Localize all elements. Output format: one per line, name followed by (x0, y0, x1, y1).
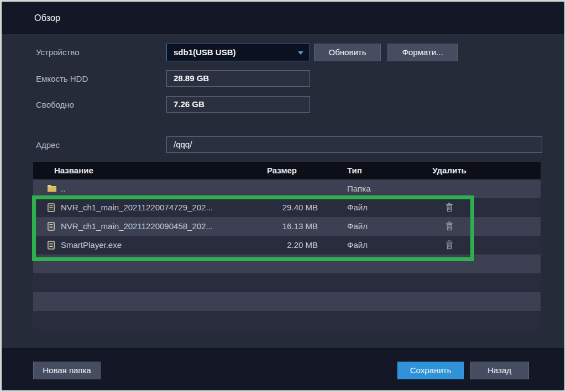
table-row-parent-dir[interactable]: .. Папка (33, 179, 541, 198)
file-table-body: .. Папка NVR_ch1_main_20211220074729_202… (33, 179, 541, 330)
file-type: Файл (347, 198, 368, 217)
file-size: 2.20 MB (243, 236, 318, 255)
file-size: 29.40 MB (243, 198, 318, 217)
address-input[interactable]: /qqq/ (166, 136, 542, 153)
delete-button[interactable] (427, 217, 471, 236)
format-button[interactable]: Формати... (387, 44, 458, 61)
file-type: Файл (347, 236, 368, 255)
column-header-type: Тип (347, 162, 362, 179)
file-icon (48, 203, 56, 212)
trash-icon (446, 221, 453, 231)
column-header-delete: Удалить (427, 162, 471, 179)
free-space-value-field: 7.26 GB (166, 96, 310, 113)
column-header-size: Размер (267, 162, 297, 179)
file-name: SmartPlayer.exe (61, 236, 122, 255)
trash-icon (446, 203, 453, 212)
back-button[interactable]: Назад (470, 362, 529, 379)
table-row-empty (33, 292, 541, 311)
table-row-file[interactable]: NVR_ch1_main_20211220074729_202... 29.40… (33, 198, 541, 217)
dialog-footer: Новая папка Сохранить Назад (2, 348, 564, 390)
table-row-empty (33, 311, 541, 330)
table-row-file[interactable]: NVR_ch1_main_20211220090458_202... 16.13… (33, 217, 541, 236)
file-name: .. (61, 179, 65, 198)
dialog-titlebar: Обзор (2, 2, 564, 34)
file-icon (48, 241, 56, 250)
capacity-label: Емкость HDD (36, 70, 88, 87)
file-size: 16.13 MB (243, 217, 318, 236)
file-icon (48, 222, 56, 231)
file-name: NVR_ch1_main_20211220074729_202... (61, 198, 213, 217)
device-select[interactable]: sdb1(USB USB) (166, 44, 310, 61)
delete-button[interactable] (427, 198, 471, 217)
free-space-label: Свободно (36, 96, 74, 113)
table-row-file[interactable]: SmartPlayer.exe 2.20 MB Файл (33, 236, 541, 255)
save-button[interactable]: Сохранить (397, 362, 464, 379)
dialog-title: Обзор (34, 2, 60, 34)
column-header-name: Название (54, 162, 93, 179)
file-type: Файл (347, 217, 368, 236)
delete-button[interactable] (427, 236, 471, 255)
new-folder-button[interactable]: Новая папка (33, 362, 101, 379)
folder-icon (48, 184, 56, 193)
device-label: Устройство (36, 44, 79, 61)
table-row-empty (33, 273, 541, 292)
trash-icon (446, 240, 453, 250)
caret-down-icon (298, 51, 303, 55)
file-table-header: Название Размер Тип Удалить (33, 162, 541, 179)
browse-dialog: Обзор Устройство sdb1(USB USB) Обновить … (0, 0, 566, 392)
file-name: NVR_ch1_main_20211220090458_202... (61, 217, 213, 236)
file-type: Папка (347, 179, 370, 198)
file-table: Название Размер Тип Удалить .. Папка (33, 162, 541, 330)
capacity-value-field: 28.89 GB (166, 70, 310, 87)
device-select-value: sdb1(USB USB) (174, 47, 236, 57)
refresh-button[interactable]: Обновить (314, 44, 381, 61)
address-label: Адрес (36, 136, 60, 153)
table-row-empty (33, 255, 541, 273)
